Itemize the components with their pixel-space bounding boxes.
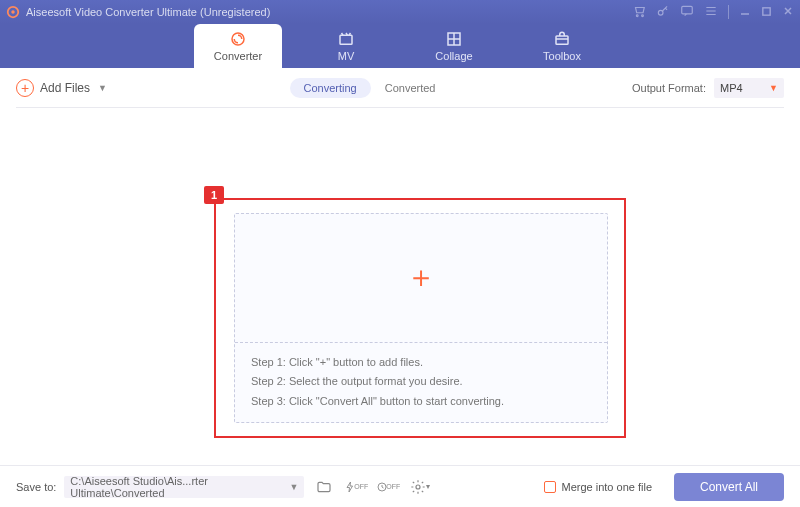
tab-label: Collage: [435, 50, 472, 62]
converter-icon: [229, 30, 247, 48]
instruction-step: Step 2: Select the output format you des…: [251, 372, 591, 392]
hw-accel-button[interactable]: OFF: [344, 476, 368, 498]
tab-converter[interactable]: Converter: [194, 24, 282, 68]
chevron-down-icon: ▼: [769, 83, 778, 93]
tab-toolbox[interactable]: Toolbox: [518, 24, 606, 68]
menu-icon[interactable]: [704, 4, 718, 20]
separator: [728, 5, 729, 19]
svg-point-1: [11, 10, 15, 14]
plus-icon: ＋: [406, 257, 436, 298]
svg-point-12: [416, 485, 420, 489]
window-title: Aiseesoft Video Converter Ultimate (Unre…: [26, 6, 270, 18]
settings-button[interactable]: ▾: [408, 476, 432, 498]
instruction-step: Step 1: Click "+" button to add files.: [251, 353, 591, 373]
save-to-path-select[interactable]: C:\Aiseesoft Studio\Ais...rter Ultimate\…: [64, 476, 304, 498]
merge-label: Merge into one file: [562, 481, 653, 493]
annotation-label: 1: [204, 186, 224, 204]
merge-checkbox[interactable]: Merge into one file: [544, 481, 653, 493]
cart-icon[interactable]: [632, 4, 646, 20]
tab-label: Converter: [214, 50, 262, 62]
close-icon[interactable]: [782, 5, 794, 19]
convert-all-button[interactable]: Convert All: [674, 473, 784, 501]
chevron-down-icon: ▼: [289, 482, 298, 492]
footer: Save to: C:\Aiseesoft Studio\Ais...rter …: [0, 465, 800, 507]
svg-point-2: [636, 15, 638, 17]
plus-icon: +: [16, 79, 34, 97]
svg-rect-6: [763, 7, 770, 14]
save-to-path: C:\Aiseesoft Studio\Ais...rter Ultimate\…: [70, 475, 289, 499]
svg-point-3: [642, 15, 644, 17]
minimize-icon[interactable]: [739, 5, 751, 19]
add-files-button[interactable]: + Add Files ▼: [16, 79, 107, 97]
tab-mv[interactable]: MV: [302, 24, 390, 68]
output-format-value: MP4: [720, 82, 743, 94]
feedback-icon[interactable]: [680, 4, 694, 20]
svg-rect-10: [556, 36, 568, 44]
tab-collage[interactable]: Collage: [410, 24, 498, 68]
toolbar: + Add Files ▼ Converting Converted Outpu…: [16, 68, 784, 108]
tab-label: MV: [338, 50, 355, 62]
toolbox-icon: [553, 30, 571, 48]
seg-converting[interactable]: Converting: [290, 78, 371, 98]
maximize-icon[interactable]: [761, 6, 772, 19]
instructions: Step 1: Click "+" button to add files. S…: [235, 342, 607, 422]
instruction-step: Step 3: Click "Convert All" button to st…: [251, 392, 591, 412]
seg-converted[interactable]: Converted: [371, 78, 450, 98]
key-icon[interactable]: [656, 4, 670, 20]
collage-icon: [445, 30, 463, 48]
chevron-down-icon[interactable]: ▼: [98, 83, 107, 93]
checkbox-icon: [544, 481, 556, 493]
svg-rect-8: [340, 35, 352, 44]
open-folder-button[interactable]: [312, 476, 336, 498]
main-nav: Converter MV Collage Toolbox: [0, 24, 800, 68]
add-files-label: Add Files: [40, 81, 90, 95]
titlebar: Aiseesoft Video Converter Ultimate (Unre…: [0, 0, 800, 24]
output-format-label: Output Format:: [632, 82, 706, 94]
add-files-dropzone[interactable]: ＋: [235, 214, 607, 342]
output-format-select[interactable]: MP4 ▼: [714, 78, 784, 98]
svg-point-4: [658, 10, 663, 15]
save-to-label: Save to:: [16, 481, 56, 493]
status-segment: Converting Converted: [290, 78, 450, 98]
high-speed-button[interactable]: OFF: [376, 476, 400, 498]
mv-icon: [337, 30, 355, 48]
dropzone: ＋ Step 1: Click "+" button to add files.…: [234, 213, 608, 423]
app-logo-icon: [6, 5, 20, 19]
svg-rect-5: [682, 6, 693, 14]
tab-label: Toolbox: [543, 50, 581, 62]
